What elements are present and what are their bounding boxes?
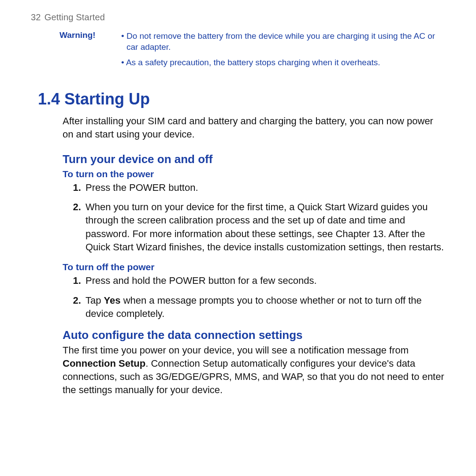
manual-page: 32Getting Started Warning! Do not remove…	[0, 0, 476, 476]
turn-off-steps: Press and hold the POWER button for a fe…	[63, 274, 445, 320]
list-item: Press the POWER button.	[84, 181, 445, 194]
running-head: 32Getting Started	[31, 12, 445, 22]
auto-configure-paragraph: The first time you power on your device,…	[63, 344, 445, 396]
list-item: When you turn on your device for the fir…	[84, 201, 445, 254]
section-number: 1.4	[38, 90, 60, 108]
warning-label: Warning!	[60, 30, 121, 40]
section-title: Starting Up	[64, 90, 150, 108]
para-text-bold: Connection Setup	[63, 358, 145, 369]
step-text-post: when a message prompts you to choose whe…	[86, 295, 422, 319]
procedure-heading-turn-off: To turn off the power	[63, 262, 445, 272]
warning-items: Do not remove the battery from the devic…	[121, 30, 445, 72]
step-text-pre: Tap	[86, 295, 104, 306]
para-text-pre: The first time you power on your device,…	[63, 345, 409, 356]
warning-item: As a safety precaution, the battery stop…	[121, 57, 445, 68]
chapter-title: Getting Started	[45, 12, 105, 22]
subheading-turn-on-off: Turn your device on and off	[63, 152, 445, 166]
turn-on-steps: Press the POWER button. When you turn on…	[63, 181, 445, 254]
warning-block: Warning! Do not remove the battery from …	[60, 30, 445, 72]
procedure-heading-turn-on: To turn on the power	[63, 169, 445, 179]
subheading-auto-configure: Auto configure the data connection setti…	[63, 328, 445, 342]
step-text-bold: Yes	[104, 295, 121, 306]
section-heading: 1.4 Starting Up	[31, 90, 445, 108]
section-intro: After installing your SIM card and batte…	[63, 115, 445, 141]
list-item: Tap Yes when a message prompts you to ch…	[84, 294, 445, 321]
list-item: Press and hold the POWER button for a fe…	[84, 274, 445, 287]
warning-item: Do not remove the battery from the devic…	[121, 30, 445, 52]
page-number: 32	[31, 12, 41, 22]
